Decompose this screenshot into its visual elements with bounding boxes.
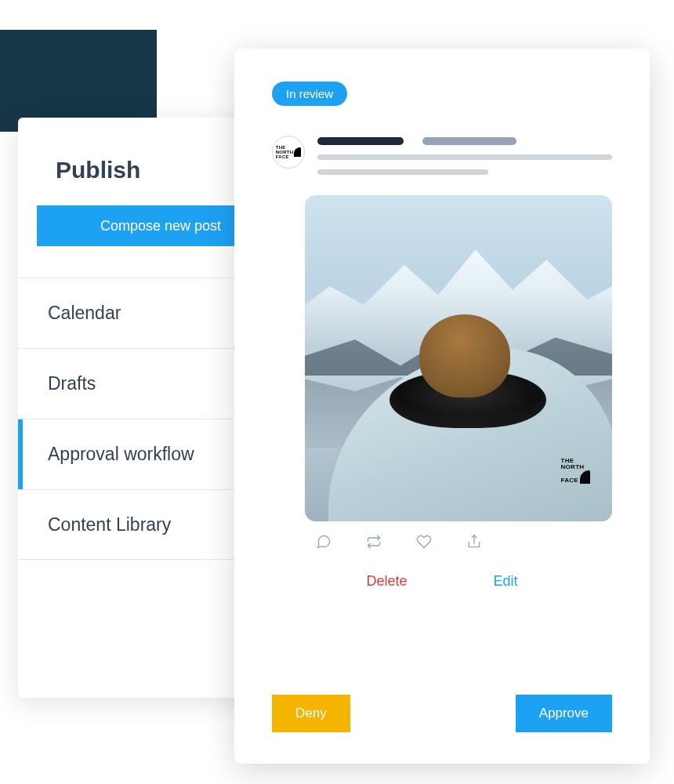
delete-link[interactable]: Delete	[366, 573, 407, 590]
like-icon[interactable]	[416, 534, 432, 550]
nav-item-label: Drafts	[48, 373, 96, 394]
brand-avatar: THENORTHFACE	[272, 136, 305, 169]
nav-item-label: Approval workflow	[48, 444, 194, 465]
nav-item-label: Content Library	[48, 514, 171, 535]
text-action-row: Delete Edit	[272, 573, 612, 590]
status-badge: In review	[272, 82, 347, 106]
edit-link[interactable]: Edit	[494, 573, 518, 590]
placeholder-line	[317, 154, 612, 160]
placeholder-line	[422, 137, 516, 145]
approve-button[interactable]: Approve	[516, 695, 612, 732]
deny-button[interactable]: Deny	[272, 695, 350, 732]
nav-item-label: Calendar	[48, 303, 121, 324]
share-icon[interactable]	[466, 534, 482, 550]
post-text-placeholder	[317, 136, 612, 175]
review-card: In review THENORTHFACE THENORTHFACE	[234, 49, 650, 764]
placeholder-line	[317, 169, 488, 175]
placeholder-line	[317, 137, 404, 145]
background-accent	[0, 30, 157, 132]
retweet-icon[interactable]	[366, 534, 382, 550]
comment-icon[interactable]	[316, 534, 332, 550]
post-header: THENORTHFACE	[272, 136, 612, 175]
post-image: THENORTHFACE	[305, 195, 612, 521]
engagement-row	[316, 534, 612, 550]
approval-action-row: Deny Approve	[272, 695, 612, 732]
